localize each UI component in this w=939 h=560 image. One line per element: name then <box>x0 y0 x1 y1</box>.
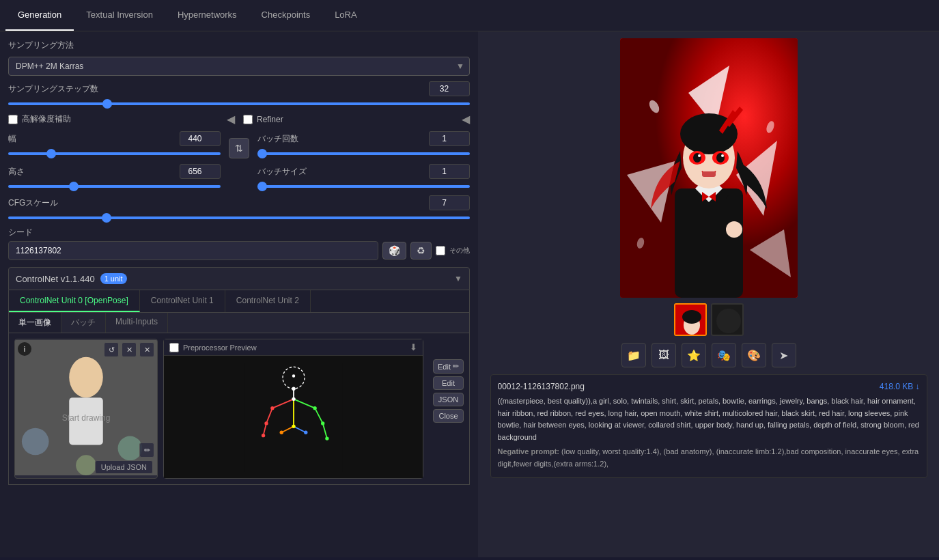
tab-textual-inversion[interactable]: Textual Inversion <box>74 0 165 31</box>
send-right-btn[interactable]: ➤ <box>772 343 796 367</box>
refiner-col: Refiner ◀ <box>243 113 470 126</box>
image-close-btn[interactable]: ✕ <box>139 342 154 357</box>
recycle-btn[interactable]: ♻ <box>410 242 432 260</box>
controlnet-collapse-btn[interactable]: ▼ <box>454 274 462 283</box>
edit-btn[interactable]: Edit <box>433 376 464 390</box>
tab-hypernetworks[interactable]: Hypernetworks <box>165 0 249 31</box>
sampling-method-select[interactable]: DPM++ 2M Karras <box>8 57 470 76</box>
edit-pencil-icon: ✏ <box>453 362 459 371</box>
tab-checkpoints[interactable]: Checkpoints <box>249 0 323 31</box>
cfg-label: CFGスケール <box>8 197 58 209</box>
seed-input[interactable] <box>8 241 378 260</box>
height-slider[interactable] <box>8 185 221 188</box>
svg-point-20 <box>292 397 295 400</box>
svg-point-45 <box>693 153 701 163</box>
preprocessor-canvas <box>164 356 423 478</box>
seed-row: 🎲 ♻ その他 <box>8 241 470 260</box>
thumbnail-row <box>674 303 744 336</box>
sampling-steps-input[interactable] <box>429 81 470 96</box>
edit-pencil-btn[interactable]: Edit ✏ <box>433 359 464 374</box>
svg-point-51 <box>726 221 742 238</box>
folder-icon: 📁 <box>627 349 641 362</box>
batch-size-col: バッチサイズ <box>257 164 470 190</box>
send-to-img2img-btn[interactable]: 🖼 <box>651 343 676 367</box>
dice-btn[interactable]: 🎲 <box>382 242 406 260</box>
sampling-steps-row: サンプリングステップ数 <box>8 81 470 107</box>
svg-point-3 <box>22 428 49 456</box>
palette-icon: 🎨 <box>747 349 761 362</box>
inpaint-icon: 🎭 <box>717 349 731 362</box>
send-to-extras-btn[interactable]: ⭐ <box>682 343 706 367</box>
svg-point-46 <box>716 153 725 163</box>
batch-size-input[interactable] <box>429 164 470 179</box>
thumb-0-img <box>675 305 707 336</box>
height-label: 高さ <box>8 166 25 178</box>
thumb-0[interactable] <box>674 303 707 336</box>
cn-subtab-multi[interactable]: Multi-Inputs <box>106 313 168 333</box>
open-folder-btn[interactable]: 📁 <box>621 343 646 367</box>
hires-label: 高解像度補助 <box>22 113 71 125</box>
left-panel: サンプリング方法 DPM++ 2M Karras ▼ サンプリングステップ数 <box>0 31 478 557</box>
image-reset-btn[interactable]: ↺ <box>104 342 119 357</box>
edit-label: Edit <box>442 379 455 387</box>
thumb-1[interactable] <box>711 303 744 336</box>
preprocessor-checkbox[interactable] <box>169 343 179 352</box>
send-inpaint-btn[interactable]: 🎭 <box>712 343 736 367</box>
sampling-method-label: サンプリング方法 <box>8 40 74 51</box>
refiner-checkbox[interactable] <box>243 115 253 124</box>
height-input[interactable] <box>180 164 221 179</box>
svg-point-22 <box>313 406 316 410</box>
controlnet-subtabs: 単一画像 バッチ Multi-Inputs <box>8 313 470 333</box>
sampling-method-row: サンプリング方法 <box>8 40 470 51</box>
seed-label-row: シード <box>8 227 470 238</box>
thumb-1-img <box>712 305 744 336</box>
image-tags: ((masterpiece, best quality)),a girl, so… <box>498 395 920 443</box>
batch-count-input[interactable] <box>429 131 470 146</box>
batch-size-slider[interactable] <box>257 185 470 188</box>
filesize-text: 418.0 KB ↓ <box>880 382 920 391</box>
pencil-btn[interactable]: ✏ <box>139 443 154 458</box>
negative-label: Negative prompt: <box>498 447 559 456</box>
main-generated-image <box>620 38 798 298</box>
cfg-scale-section: CFGスケール <box>8 195 470 221</box>
controlnet-image-svg <box>15 339 157 476</box>
preprocessor-side-btns: Edit ✏ Edit JSON Close <box>433 339 464 479</box>
cn-tab-2[interactable]: ControlNet Unit 2 <box>225 290 311 312</box>
cn-tab-0[interactable]: ControlNet Unit 0 [OpenPose] <box>9 290 140 312</box>
tab-generation[interactable]: Generation <box>5 0 74 31</box>
svg-point-48 <box>721 154 724 157</box>
cn-subtab-single[interactable]: 単一画像 <box>9 313 61 333</box>
width-header: 幅 <box>8 131 221 146</box>
image-remove-btn[interactable]: ✕ <box>122 342 137 357</box>
batch-count-slider[interactable] <box>257 152 470 155</box>
img2img-icon: 🖼 <box>658 349 669 361</box>
close-btn[interactable]: Close <box>433 409 464 423</box>
cfg-input[interactable] <box>429 195 470 210</box>
width-input[interactable] <box>180 131 221 146</box>
sampling-steps-header: サンプリングステップ数 <box>8 81 470 96</box>
hires-triangle-btn[interactable]: ◀ <box>227 113 235 126</box>
svg-point-5 <box>76 455 96 475</box>
image-info-btn[interactable]: i <box>18 342 31 356</box>
width-batchcount-row: 幅 ⇅ バッチ回数 <box>8 131 470 158</box>
json-btn[interactable]: JSON <box>433 393 464 406</box>
svg-point-26 <box>325 436 328 440</box>
refiner-triangle-btn[interactable]: ◀ <box>462 113 470 126</box>
width-slider[interactable] <box>8 152 221 155</box>
tab-lora[interactable]: LoRA <box>322 0 369 31</box>
controlnet-badge: 1 unit <box>100 273 127 284</box>
preprocessor-download-btn[interactable]: ⬇ <box>410 342 417 352</box>
upload-json-btn[interactable]: Upload JSON <box>95 460 153 474</box>
hires-checkbox[interactable] <box>8 115 18 124</box>
seed-extra-checkbox[interactable] <box>436 246 445 255</box>
hires-wrap: 高解像度補助 ◀ <box>8 113 235 126</box>
swap-dimensions-btn[interactable]: ⇅ <box>229 138 249 158</box>
cn-tab-1[interactable]: ControlNet Unit 1 <box>140 290 225 312</box>
sampling-steps-slider[interactable] <box>8 102 470 105</box>
cfg-slider[interactable] <box>8 216 470 219</box>
generated-image-area: ⬇ ✕ <box>620 38 798 298</box>
main-tabs: Generation Textual Inversion Hypernetwor… <box>0 0 939 31</box>
color-palette-btn[interactable]: 🎨 <box>742 343 766 367</box>
cn-subtab-batch[interactable]: バッチ <box>61 313 106 333</box>
sampling-steps-container: サンプリングステップ数 <box>8 81 470 107</box>
